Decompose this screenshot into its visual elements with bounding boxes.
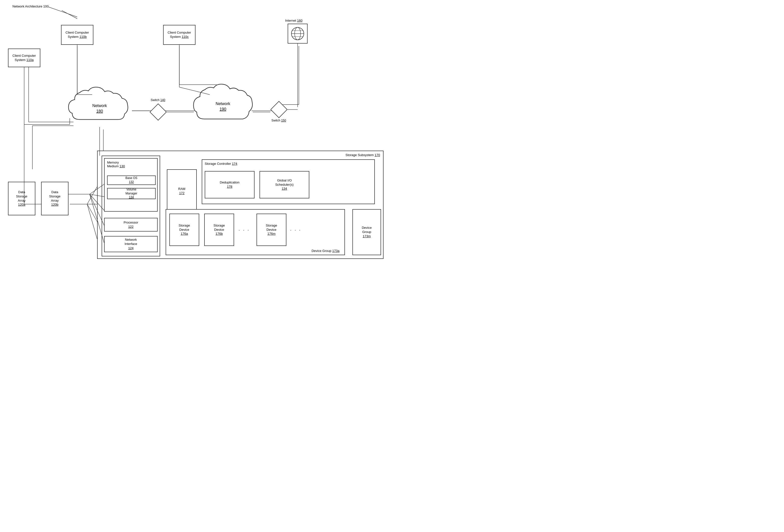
data-storage-array-120a: DataStorageArray120a [8,182,35,215]
client-110c: Client ComputerSystem 110c [163,25,196,45]
svg-text:Network: Network [92,104,107,108]
device-group-173a-label: Device Group 173a [312,249,339,253]
dots-1: . . . [239,227,250,232]
volume-manager-134: VolumeManager 134 [107,188,156,199]
data-storage-array-120b: DataStorageArray120b [41,182,68,215]
device-group-173m: DeviceGroup173m [353,209,381,255]
storage-device-176m: StorageDevice176m [256,214,286,246]
memory-medium-130-box: MemoryMedium 130 Base OS 132 VolumeManag… [104,158,158,212]
storage-device-176b: StorageDevice176b [204,214,234,246]
client-110b: Client ComputerSystem 110b [61,25,93,45]
network-architecture-label: Network Architecture 100 [12,4,49,9]
storage-controller-label: Storage Controller 174 [205,162,237,166]
base-os-132: Base OS 132 [107,176,156,185]
switch-140: Switch 140 [149,103,167,122]
svg-line-16 [87,204,97,221]
svg-marker-29 [271,101,287,118]
global-io-scheduler: Global I/OScheduler(s) 134 [259,171,309,199]
dots-2: . . . [290,227,301,232]
client-110a: Client ComputerSystem 110a [8,49,40,67]
svg-line-14 [87,187,97,204]
svg-marker-28 [150,104,166,120]
switch-150: Switch 150 [270,101,288,119]
ram-172: RAM172 [167,169,197,213]
memory-medium-label: MemoryMedium 130 [107,160,125,168]
svg-line-30 [49,7,77,17]
storage-device-176a: StorageDevice176a [169,214,199,246]
storage-controller-174-box: Storage Controller 174 Deduplication178 … [202,159,375,204]
internet-globe [288,24,308,43]
svg-text:190: 190 [220,107,226,111]
svg-text:Network: Network [216,101,231,106]
svg-text:180: 180 [96,109,103,113]
svg-line-0 [62,10,77,19]
deduplication-178: Deduplication178 [205,171,254,199]
network-180: Network 180 [67,85,132,127]
svg-line-17 [87,204,97,239]
internet-label: Internet 160 [285,19,302,23]
network-190: Network 190 [193,82,253,127]
processor-122: Processor122 [104,218,158,232]
storage-subsystem-label: Storage Subsystem 170 [345,153,380,157]
network-interface-124: NetworkInterface124 [104,236,158,252]
